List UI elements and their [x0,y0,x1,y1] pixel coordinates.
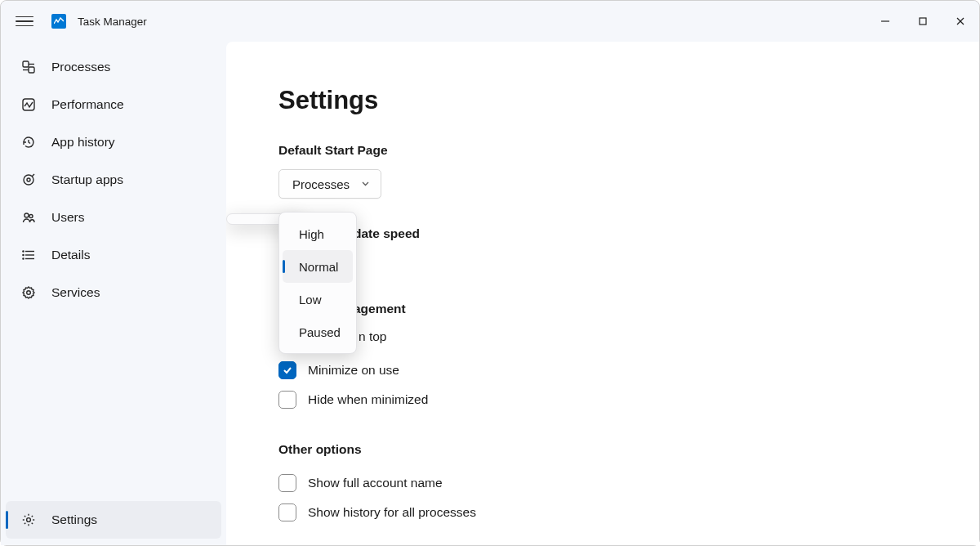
sidebar-item-users[interactable]: Users [6,199,221,236]
hide-when-minimized-label: Hide when minimized [308,392,428,407]
details-icon [20,247,37,263]
chevron-down-icon [361,179,370,190]
minimize-on-use-row: Minimize on use [278,356,979,385]
gear-icon [20,512,37,528]
app-icon [51,14,66,29]
minimize-on-use-label: Minimize on use [308,363,399,378]
svg-point-21 [27,518,31,522]
dropdown-option-label: Low [299,293,322,307]
svg-point-18 [23,254,24,255]
always-on-top-label-tail: n top [359,329,386,344]
show-history-all-checkbox[interactable] [278,503,296,521]
sidebar-item-label: Users [51,210,84,225]
default-start-page-combo[interactable]: Processes [278,169,381,199]
show-full-account-row: Show full account name [278,468,979,498]
users-icon [20,209,37,226]
update-speed-dropdown: High Normal Low Paused [278,212,357,354]
sidebar-item-performance[interactable]: Performance [6,86,221,123]
history-icon [20,134,37,150]
minimize-button[interactable] [866,5,904,38]
close-button[interactable] [942,5,979,38]
sidebar-item-app-history[interactable]: App history [6,123,221,161]
svg-point-13 [29,215,33,218]
processes-icon [20,59,37,75]
page-title: Settings [278,86,979,115]
default-start-page-heading: Default Start Page [278,143,979,158]
svg-point-19 [23,258,24,259]
sidebar-item-label: Settings [51,512,97,527]
sidebar-item-label: Performance [51,97,124,112]
sidebar-item-label: Details [51,248,90,262]
dropdown-option-low[interactable]: Low [283,283,353,316]
sidebar-item-label: Services [51,285,100,300]
dropdown-option-normal[interactable]: Normal [283,250,353,283]
realtime-update-speed-heading-tail: date speed [354,226,420,241]
minimize-on-use-checkbox[interactable] [278,361,296,379]
app-title: Task Manager [78,16,147,28]
window-controls [866,5,979,38]
svg-point-10 [27,178,30,181]
dropdown-option-paused[interactable]: Paused [283,316,353,348]
startup-icon [20,172,37,188]
sidebar-item-label: Startup apps [51,172,123,187]
services-icon [20,284,37,301]
maximize-button[interactable] [904,5,942,38]
svg-rect-4 [23,61,29,67]
svg-line-11 [32,174,34,177]
svg-rect-5 [29,67,34,73]
other-options-heading: Other options [278,442,979,457]
show-history-all-row: Show history for all processes [278,498,979,527]
sidebar-item-label: Processes [51,60,110,74]
sidebar-item-details[interactable]: Details [6,236,221,274]
svg-point-17 [23,251,24,252]
dropdown-option-label: Normal [299,260,338,274]
hide-when-minimized-checkbox[interactable] [278,391,296,409]
task-manager-window: Task Manager Processes [0,0,980,546]
svg-point-20 [27,291,31,295]
svg-rect-1 [920,18,926,25]
show-full-account-label: Show full account name [308,476,443,490]
show-full-account-checkbox[interactable] [278,474,296,492]
dropdown-option-label: High [299,227,324,241]
dropdown-option-high[interactable]: High [283,217,353,250]
titlebar: Task Manager [1,1,979,42]
dropdown-option-label: Paused [299,325,341,339]
sidebar: Processes Performance App history Startu… [1,42,226,545]
svg-point-12 [24,213,29,217]
sidebar-item-label: App history [51,135,115,150]
show-history-all-label: Show history for all processes [308,505,476,520]
sidebar-item-processes[interactable]: Processes [6,48,221,86]
performance-icon [20,96,37,113]
sidebar-item-settings[interactable]: Settings [6,501,221,539]
sidebar-item-startup-apps[interactable]: Startup apps [6,161,221,199]
sidebar-item-services[interactable]: Services [6,274,221,311]
combo-value: Processes [292,177,350,191]
hide-when-minimized-row: Hide when minimized [278,385,979,414]
menu-toggle-button[interactable] [16,12,33,30]
window-management-heading-tail: agement [354,302,406,316]
section-default-start-page: Default Start Page Processes [278,143,979,199]
